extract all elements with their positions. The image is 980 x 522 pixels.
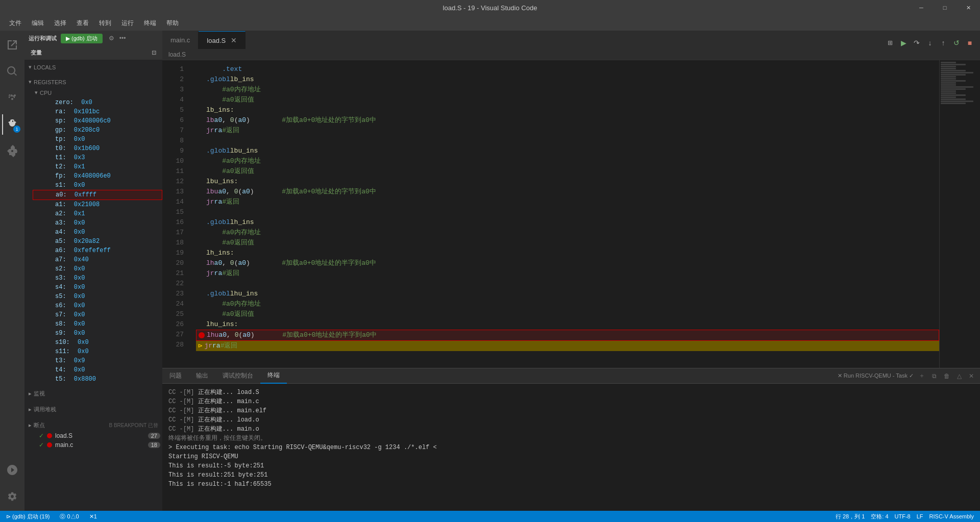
cpu-register-t0[interactable]: t0: 0x1b600 bbox=[33, 144, 162, 153]
debug-stepin-icon[interactable]: ↓ bbox=[924, 37, 936, 49]
cpu-header[interactable]: ▾ CPU bbox=[33, 87, 162, 98]
extensions-icon[interactable] bbox=[2, 141, 22, 161]
cpu-register-gp[interactable]: gp: 0x208c0 bbox=[33, 126, 162, 135]
close-button[interactable]: ✕ bbox=[957, 0, 980, 15]
cpu-register-zero[interactable]: zero: 0x0 bbox=[33, 98, 162, 107]
cpu-register-a3[interactable]: a3: 0x0 bbox=[33, 218, 162, 228]
cpu-register-t3[interactable]: t3: 0x9 bbox=[33, 356, 162, 365]
cpu-register-s9[interactable]: s9: 0x0 bbox=[33, 329, 162, 338]
code-line-24[interactable]: #a0内存地址 bbox=[196, 299, 939, 309]
registers-header[interactable]: ▾ Registers bbox=[24, 77, 162, 87]
menu-view[interactable]: 查看 bbox=[72, 17, 93, 30]
cpu-register-a1[interactable]: a1: 0x21008 bbox=[33, 200, 162, 209]
debug-continue-icon[interactable]: ▶ bbox=[897, 37, 910, 49]
status-warnings[interactable]: ✕1 bbox=[87, 511, 99, 522]
code-line-23[interactable]: .globl lhu_ins bbox=[196, 289, 939, 299]
code-line-13[interactable]: lbu a0, 0(a0) #加载a0+0地址处的字节到a0中 bbox=[196, 187, 939, 197]
cpu-register-s10[interactable]: s10: 0x0 bbox=[33, 338, 162, 347]
cpu-register-s5[interactable]: s5: 0x0 bbox=[33, 292, 162, 301]
bp-checkbox-mainc[interactable]: ✓ bbox=[39, 441, 44, 449]
code-line-27[interactable]: lhu a0, 0(a0) #加载a0+0地址处的半字到a0中 bbox=[196, 330, 939, 341]
cpu-register-s8[interactable]: s8: 0x0 bbox=[33, 319, 162, 329]
code-line-21[interactable]: jr ra #返回 bbox=[196, 268, 939, 279]
cpu-register-tp[interactable]: tp: 0x0 bbox=[33, 135, 162, 144]
tab-loads-close[interactable]: ✕ bbox=[231, 36, 237, 44]
code-line-25[interactable]: #a0返回值 bbox=[196, 309, 939, 319]
search-icon[interactable] bbox=[2, 61, 22, 82]
menu-help[interactable]: 帮助 bbox=[162, 17, 183, 30]
cpu-register-s1[interactable]: s1: 0x0 bbox=[33, 181, 162, 190]
panel-tab-debug[interactable]: 调试控制台 bbox=[215, 368, 260, 384]
debug-config-icon[interactable]: ⚙ bbox=[109, 35, 114, 42]
code-line-19[interactable]: lh_ins: bbox=[196, 248, 939, 258]
code-line-1[interactable]: .text bbox=[196, 64, 939, 74]
remote-icon[interactable] bbox=[2, 460, 22, 480]
cpu-register-a5[interactable]: a5: 0x20a82 bbox=[33, 237, 162, 246]
status-encoding[interactable]: UTF-8 bbox=[893, 511, 913, 522]
debug-icon[interactable]: 1 bbox=[2, 114, 22, 135]
cpu-register-s4[interactable]: s4: 0x0 bbox=[33, 283, 162, 292]
code-line-26[interactable]: lhu_ins: bbox=[196, 319, 939, 330]
callstack-header[interactable]: ▸ 调用堆栈 bbox=[24, 404, 162, 415]
cpu-register-t5[interactable]: t5: 0x8800 bbox=[33, 375, 162, 384]
panel-trash-btn[interactable]: 🗑 bbox=[942, 371, 952, 381]
cpu-register-t4[interactable]: t4: 0x0 bbox=[33, 365, 162, 375]
menu-terminal[interactable]: 终端 bbox=[140, 17, 160, 30]
panel-tab-terminal[interactable]: 终端 bbox=[260, 368, 287, 384]
monitoring-header[interactable]: ▸ 监视 bbox=[24, 388, 162, 400]
code-line-12[interactable]: lbu_ins: bbox=[196, 177, 939, 187]
code-line-4[interactable]: #a0返回值 bbox=[196, 95, 939, 105]
status-lineending[interactable]: LF bbox=[915, 511, 925, 522]
code-line-6[interactable]: lb a0, 0(a0) #加载a0+0地址处的字节到a0中 bbox=[196, 115, 939, 126]
locals-header[interactable]: ▾ Locals bbox=[24, 62, 162, 72]
cpu-register-s6[interactable]: s6: 0x0 bbox=[33, 301, 162, 310]
cpu-register-s2[interactable]: s2: 0x0 bbox=[33, 264, 162, 274]
maximize-button[interactable]: □ bbox=[933, 0, 957, 15]
debug-stop-icon[interactable]: ■ bbox=[964, 37, 976, 49]
status-debug-item[interactable]: ⊳ (gdb) 启动 (19) bbox=[4, 511, 52, 522]
status-errors[interactable]: ⓪ 0△0 bbox=[58, 511, 81, 522]
settings-icon[interactable] bbox=[2, 486, 22, 507]
code-line-17[interactable]: #a0内存地址 bbox=[196, 228, 939, 238]
minimize-button[interactable]: ─ bbox=[910, 0, 933, 15]
debug-restart-icon[interactable]: ↺ bbox=[950, 37, 963, 49]
cpu-register-s7[interactable]: s7: 0x0 bbox=[33, 310, 162, 319]
cpu-register-fp[interactable]: fp: 0x408006e0 bbox=[33, 171, 162, 181]
code-line-16[interactable]: .globl lh_ins bbox=[196, 217, 939, 228]
cpu-register-t1[interactable]: t1: 0x3 bbox=[33, 153, 162, 162]
code-line-18[interactable]: #a0返回值 bbox=[196, 238, 939, 248]
terminal-content[interactable]: CC -[M] 正在构建... load.SCC -[M] 正在构建... ma… bbox=[162, 384, 980, 511]
cpu-register-a0[interactable]: a0: 0xffff bbox=[33, 190, 162, 200]
cpu-register-s11[interactable]: s11: 0x0 bbox=[33, 347, 162, 356]
explorer-icon[interactable] bbox=[2, 35, 22, 55]
cpu-register-a7[interactable]: a7: 0x40 bbox=[33, 255, 162, 264]
code-line-14[interactable]: jr ra #返回 bbox=[196, 197, 939, 207]
debug-stepout-icon[interactable]: ↑ bbox=[937, 37, 949, 49]
panel-maximize-btn[interactable]: △ bbox=[955, 371, 964, 381]
tab-mainc[interactable]: main.c bbox=[162, 31, 199, 49]
debug-grid-icon[interactable]: ⊞ bbox=[884, 37, 896, 49]
menu-run[interactable]: 运行 bbox=[117, 17, 138, 30]
menu-edit[interactable]: 编辑 bbox=[28, 17, 48, 30]
sidebar-pin-icon[interactable]: ⊡ bbox=[152, 49, 156, 56]
code-line-8[interactable] bbox=[196, 136, 939, 146]
cpu-register-ra[interactable]: ra: 0x101bc bbox=[33, 107, 162, 116]
cpu-register-a2[interactable]: a2: 0x1 bbox=[33, 209, 162, 218]
debug-more-icon[interactable]: ••• bbox=[119, 35, 126, 42]
menu-select[interactable]: 选择 bbox=[50, 17, 70, 30]
code-line-5[interactable]: lb_ins: bbox=[196, 105, 939, 115]
cpu-register-t2[interactable]: t2: 0x1 bbox=[33, 162, 162, 171]
code-line-22[interactable] bbox=[196, 279, 939, 289]
debug-stepover-icon[interactable]: ↷ bbox=[911, 37, 923, 49]
debug-play-button[interactable]: ▶ (gdb) 启动 bbox=[61, 34, 103, 43]
status-spaces[interactable]: 空格: 4 bbox=[869, 511, 890, 522]
tab-loads[interactable]: load.S ✕ bbox=[199, 31, 246, 49]
panel-close-btn[interactable]: ✕ bbox=[967, 371, 976, 381]
status-language[interactable]: RISC-V Assembly bbox=[927, 511, 976, 522]
panel-tab-problems[interactable]: 问题 bbox=[162, 368, 189, 384]
code-content[interactable]: .text .globl lb_ins #a0内存地址 #a0返回值lb_ins… bbox=[188, 60, 939, 368]
code-line-2[interactable]: .globl lb_ins bbox=[196, 74, 939, 85]
cpu-register-s3[interactable]: s3: 0x0 bbox=[33, 274, 162, 283]
bp-checkbox-loads[interactable]: ✓ bbox=[39, 432, 44, 439]
panel-split-btn[interactable]: ⧉ bbox=[930, 371, 939, 381]
